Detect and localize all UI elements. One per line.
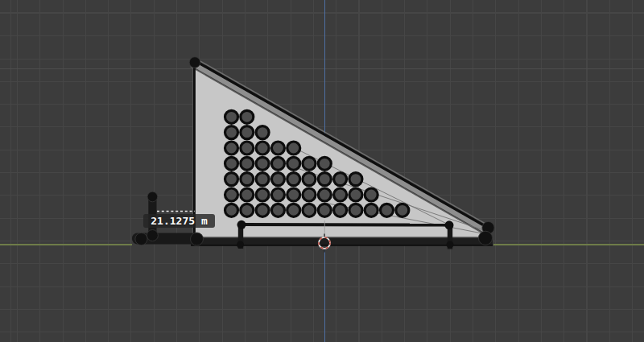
ball[interactable] [287,157,300,170]
ball[interactable] [225,142,238,155]
viewport-3d[interactable]: 21.1275 m [0,0,644,342]
ball[interactable] [271,204,284,216]
ledge-foot-left [237,241,244,249]
corner-joint-lower [478,231,492,245]
ball[interactable] [256,126,269,139]
ball[interactable] [241,126,254,139]
ball[interactable] [225,173,238,186]
pipe-cap-joint [147,192,158,202]
measurement-label: 21.1275 m [143,214,215,228]
ball[interactable] [349,173,362,186]
ball[interactable] [225,157,238,170]
ball[interactable] [271,157,284,170]
ball[interactable] [225,188,238,201]
ball[interactable] [365,188,378,201]
pipe-end-joint [191,233,204,245]
ball[interactable] [241,157,254,170]
ledge-joint-right [445,220,454,229]
ball[interactable] [256,157,269,170]
ball[interactable] [287,204,300,216]
ball[interactable] [318,188,331,201]
ball[interactable] [318,157,331,170]
ball[interactable] [271,173,284,186]
ledge-foot-right [447,241,454,249]
ball[interactable] [256,142,269,155]
ball[interactable] [303,173,316,186]
ball[interactable] [241,188,254,201]
ball[interactable] [256,173,269,186]
ball[interactable] [287,173,300,186]
ball[interactable] [334,188,347,201]
ball[interactable] [287,142,300,155]
pipe-mid-joint [147,230,158,241]
ball[interactable] [349,204,362,216]
ball[interactable] [303,157,316,170]
ball[interactable] [381,204,394,216]
ball[interactable] [241,173,254,186]
ball[interactable] [241,110,254,123]
ledge-joint-left [237,220,246,229]
ball[interactable] [241,142,254,155]
ball[interactable] [271,142,284,155]
ball[interactable] [318,204,331,216]
ball[interactable] [365,204,378,216]
ball[interactable] [225,204,238,216]
ledge-rod [242,225,449,225]
ball[interactable] [271,188,284,201]
ball[interactable] [396,204,409,216]
ball[interactable] [303,188,316,201]
apex-joint [189,57,200,68]
scene-geometry [0,0,644,342]
pipe-elbow-joint [135,233,147,245]
ball[interactable] [334,204,347,216]
ball[interactable] [225,110,238,123]
ball[interactable] [256,188,269,201]
ball[interactable] [318,173,331,186]
ball[interactable] [241,204,254,216]
ball[interactable] [287,188,300,201]
ball[interactable] [225,126,238,139]
ball[interactable] [303,204,316,216]
ball[interactable] [256,204,269,216]
ball[interactable] [334,173,347,186]
ball[interactable] [349,188,362,201]
